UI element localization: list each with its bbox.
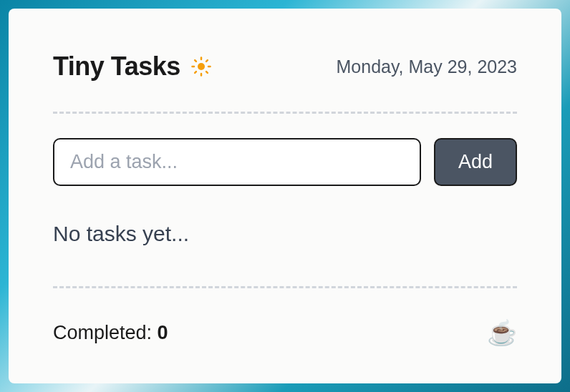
empty-state-text: No tasks yet... [53,222,517,246]
completed-status: Completed: 0 [53,322,168,344]
title-wrap: Tiny Tasks [53,52,212,82]
svg-line-8 [206,60,208,62]
task-card: Tiny Tasks Monday, May [9,9,561,383]
app-title: Tiny Tasks [53,52,180,82]
footer-divider [53,286,517,288]
svg-line-7 [195,72,196,73]
svg-line-4 [206,72,208,73]
add-button[interactable]: Add [434,138,517,186]
completed-count: 0 [158,322,168,343]
sun-icon [190,56,212,77]
svg-point-0 [198,63,205,70]
svg-line-3 [195,60,196,62]
task-input[interactable] [53,138,421,186]
completed-label: Completed: [53,322,158,343]
footer: Completed: 0 ☕ [53,318,517,347]
input-row: Add [53,138,517,186]
coffee-icon: ☕ [487,318,517,347]
current-date: Monday, May 29, 2023 [337,57,517,77]
header-divider [53,112,517,114]
header: Tiny Tasks Monday, May [53,52,517,82]
